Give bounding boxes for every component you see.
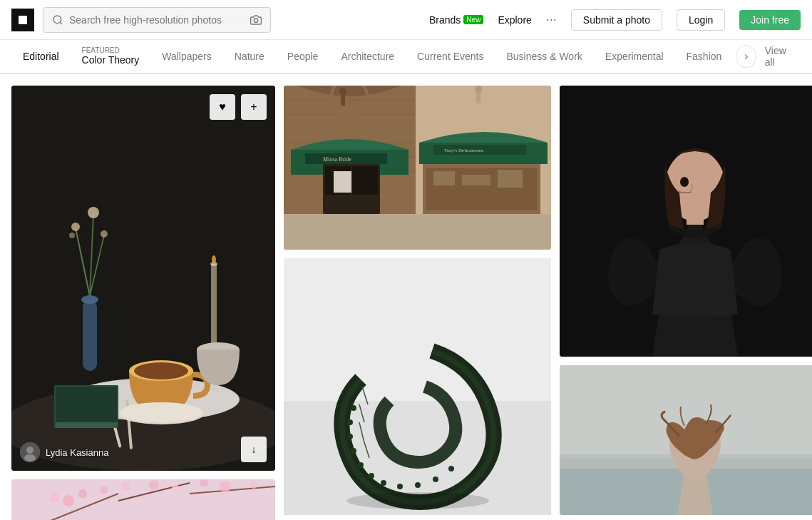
like-button[interactable]: ♥ (210, 94, 235, 120)
search-icon (52, 14, 63, 26)
cat-experimental[interactable]: Experimental (594, 40, 675, 74)
author-name: Lydia Kasianna (46, 447, 108, 458)
cat-wallpapers[interactable]: Wallpapers (150, 40, 223, 74)
photo-col-2: Miosa Bride Tony's Delicatessen (284, 86, 551, 520)
photo-actions-top: ♥ + (210, 94, 267, 120)
category-nav: Editorial FEATURED Color Theory Wallpape… (0, 40, 812, 74)
svg-point-30 (26, 447, 34, 454)
cat-business[interactable]: Business & Work (495, 40, 593, 74)
svg-point-0 (53, 16, 61, 24)
search-bar[interactable] (43, 7, 271, 33)
cat-people[interactable]: People (276, 40, 330, 74)
cat-fashion[interactable]: Fashion (675, 40, 734, 74)
search-input[interactable] (69, 14, 245, 26)
header: Brands New Explore ··· Submit a photo Lo… (0, 0, 812, 40)
join-button[interactable]: Join free (739, 10, 801, 30)
photo-card-coffee[interactable]: ♥ + Lydia Kasianna ↓ (11, 86, 275, 471)
cat-color-theory[interactable]: FEATURED Color Theory (71, 40, 151, 74)
view-all-link[interactable]: View all (759, 45, 801, 68)
cat-current-events[interactable]: Current Events (406, 40, 495, 74)
photo-col-1: ♥ + Lydia Kasianna ↓ (11, 86, 275, 520)
photo-card-woman-dark[interactable] (560, 86, 812, 357)
photo-card-cherry-blossom[interactable] (11, 479, 275, 520)
brands-badge: New (463, 15, 483, 24)
svg-point-2 (254, 19, 257, 22)
author-avatar (20, 442, 40, 462)
cat-editorial[interactable]: Editorial (11, 40, 71, 74)
brands-link[interactable]: Brands New (429, 14, 483, 26)
photo-author: Lydia Kasianna (20, 442, 108, 462)
unsplash-logo[interactable] (11, 9, 34, 31)
photo-card-film[interactable] (284, 258, 551, 515)
more-menu[interactable]: ··· (546, 12, 557, 27)
category-next-button[interactable]: › (736, 45, 756, 68)
submit-photo-button[interactable]: Submit a photo (571, 9, 662, 31)
cat-nature[interactable]: Nature (223, 40, 276, 74)
photo-card-building[interactable]: Miosa Bride Tony's Delicatessen (284, 86, 551, 250)
main-nav: Brands New Explore ··· Submit a photo Lo… (429, 9, 801, 31)
photo-card-woman-sea[interactable] (560, 365, 812, 515)
add-to-collection-button[interactable]: + (241, 94, 267, 120)
login-button[interactable]: Login (677, 9, 725, 31)
explore-link[interactable]: Explore (498, 14, 531, 26)
svg-point-31 (24, 454, 36, 462)
cat-architecture[interactable]: Architecture (329, 40, 406, 74)
download-button[interactable]: ↓ (241, 437, 267, 462)
svg-line-1 (60, 22, 62, 24)
avatar-image (20, 442, 40, 462)
camera-icon[interactable] (250, 14, 262, 26)
photo-col-3 (560, 86, 812, 520)
photo-grid: ♥ + Lydia Kasianna ↓ (0, 74, 812, 520)
